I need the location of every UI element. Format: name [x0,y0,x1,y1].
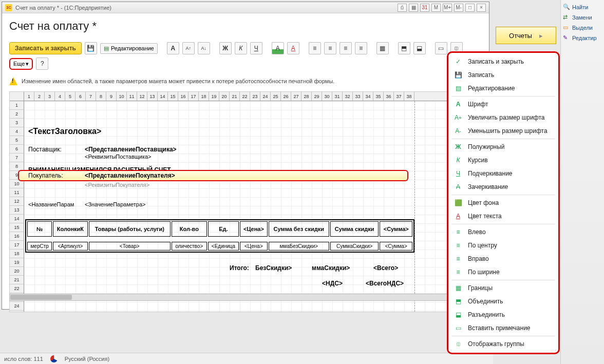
row-7[interactable]: 7 [10,154,24,162]
merge-button[interactable]: ⬒ [398,42,410,54]
col-13[interactable]: 13 [147,92,158,101]
calendar-icon[interactable]: 31 [420,4,429,12]
row-19[interactable]: 19 [10,258,24,267]
td[interactable]: мерСтр [27,242,52,251]
align-justify-button[interactable]: ≡ [355,42,367,54]
menu-align-j[interactable]: ≡По ширине [448,265,558,279]
menu-borders[interactable]: ▦Границы [448,281,558,295]
th[interactable]: КолонкиК [53,221,87,237]
menu-groups[interactable]: ⎅Отображать группы [448,337,558,351]
col-2[interactable]: 2 [34,92,45,101]
col-30[interactable]: 30 [322,92,332,101]
td[interactable]: ммаБезСкидки> [269,242,329,251]
row-25[interactable]: 25 [10,311,24,312]
menu-font-dec[interactable]: A-Уменьшить размер шрифта [448,124,558,138]
cell-title[interactable]: <ТекстЗаголовка> [28,127,101,136]
menu-bold[interactable]: ЖПолужирный [448,140,558,154]
align-center-button[interactable]: ≡ [324,42,336,54]
underline-button[interactable]: Ч [250,42,262,54]
menu-edit[interactable]: ▤Редактирование [448,82,558,95]
menu-italic[interactable]: ККурсив [448,154,558,167]
menu-strike[interactable]: AЗачеркивание [448,180,558,194]
row-24[interactable]: 24 [10,302,24,311]
menu-font-inc[interactable]: A+Увеличить размер шрифта [448,111,558,124]
th[interactable]: Товары (работы, услуги) [89,221,171,237]
td[interactable]: СуммаСкидки> [330,242,379,251]
memory-mplus-button[interactable]: M+ [443,4,452,12]
row-18[interactable]: 18 [10,250,24,258]
col-26[interactable]: 26 [281,92,291,101]
col-10[interactable]: 10 [117,92,127,101]
grid-icon[interactable]: ▦ [409,4,418,12]
td[interactable]: <Товар> [89,242,171,251]
col-25[interactable]: 25 [271,92,281,101]
col-6[interactable]: 6 [76,92,86,101]
memory-m-button[interactable]: M [431,4,441,12]
row-14[interactable]: 14 [10,215,24,223]
total-vsego[interactable]: <Всего> [373,264,398,272]
row-20[interactable]: 20 [10,267,24,276]
menu-save[interactable]: 💾Записать [448,68,558,82]
col-19[interactable]: 19 [209,92,219,101]
save-and-close-button[interactable]: Записать и закрыть [9,42,82,54]
col-29[interactable]: 29 [312,92,322,101]
menu-merge[interactable]: ⬒Объединить [448,295,558,308]
col-4[interactable]: 4 [55,92,65,101]
col-31[interactable]: 31 [332,92,343,101]
memory-mminus-button[interactable]: M- [454,4,463,12]
col-34[interactable]: 34 [363,92,373,101]
col-33[interactable]: 33 [353,92,363,101]
font-increase-button[interactable]: A↑ [182,42,195,54]
cell-param-val[interactable]: <ЗначениеПараметра> [85,201,145,207]
col-7[interactable]: 7 [86,92,96,101]
cell-supplier-req[interactable]: <РеквизитыПоставщика> [85,154,152,160]
totals-label[interactable]: Итого: [230,264,249,272]
close-button[interactable]: × [477,4,486,12]
menu-align-l[interactable]: ≡Влево [448,225,558,239]
unmerge-button[interactable]: ⬓ [413,42,426,54]
th[interactable]: <Сумма> [380,221,412,237]
col-28[interactable]: 28 [301,92,312,101]
th[interactable]: Ед. [208,221,239,237]
row-22[interactable]: 22 [10,284,24,293]
menu-fgcolor[interactable]: AЦвет текста [448,209,558,223]
td[interactable]: <Цена> [240,242,267,251]
reports-button[interactable]: Отчеты▸ [496,27,556,44]
col-11[interactable]: 11 [127,92,137,101]
col-21[interactable]: 21 [230,92,240,101]
cell-buyer-label[interactable]: Покупатель: [28,172,63,179]
rp-select[interactable]: ▭Выдели [561,23,604,33]
col-20[interactable]: 20 [219,92,230,101]
th[interactable]: <Цена> [240,221,267,237]
col-5[interactable]: 5 [65,92,76,101]
col-22[interactable]: 22 [240,92,250,101]
font-decrease-button[interactable]: A↓ [198,42,210,54]
col-17[interactable]: 17 [188,92,199,101]
align-right-button[interactable]: ≡ [339,42,352,54]
items-table[interactable]: №КолонкиКТовары (работы, услуги)Кол-воЕд… [25,219,414,253]
row-12[interactable]: 12 [10,197,24,206]
cell-param-name[interactable]: <НазваниеПарам [28,201,74,207]
comment-button[interactable]: ▭ [435,42,447,54]
menu-save-close[interactable]: ✓Записать и закрыть [448,55,558,68]
col-18[interactable]: 18 [199,92,209,101]
col-12[interactable]: 12 [137,92,147,101]
row-13[interactable]: 13 [10,206,24,215]
font-button[interactable]: A [167,42,179,54]
col-32[interactable]: 32 [343,92,353,101]
print-icon[interactable]: ⎙ [398,4,407,12]
menu-font[interactable]: AШрифт [448,98,558,111]
row-17[interactable]: 17 [10,241,24,250]
horizontal-scrollbar[interactable] [9,294,448,301]
cell-buyer-req[interactable]: <РеквизитыПокупателя> [85,182,149,188]
rp-edit[interactable]: ✎Редактир [561,33,604,43]
col-15[interactable]: 15 [168,92,178,101]
save-icon[interactable]: 💾 [85,42,97,54]
menu-align-r[interactable]: ≡Вправо [448,252,558,265]
row-2[interactable]: 2 [10,110,24,119]
help-button[interactable]: ? [36,58,48,70]
col-9[interactable]: 9 [106,92,117,101]
cell-supplier-value[interactable]: <ПредставлениеПоставщика> [85,146,177,153]
cell-supplier-label[interactable]: Поставщик: [28,146,62,153]
row-3[interactable]: 3 [10,119,24,127]
